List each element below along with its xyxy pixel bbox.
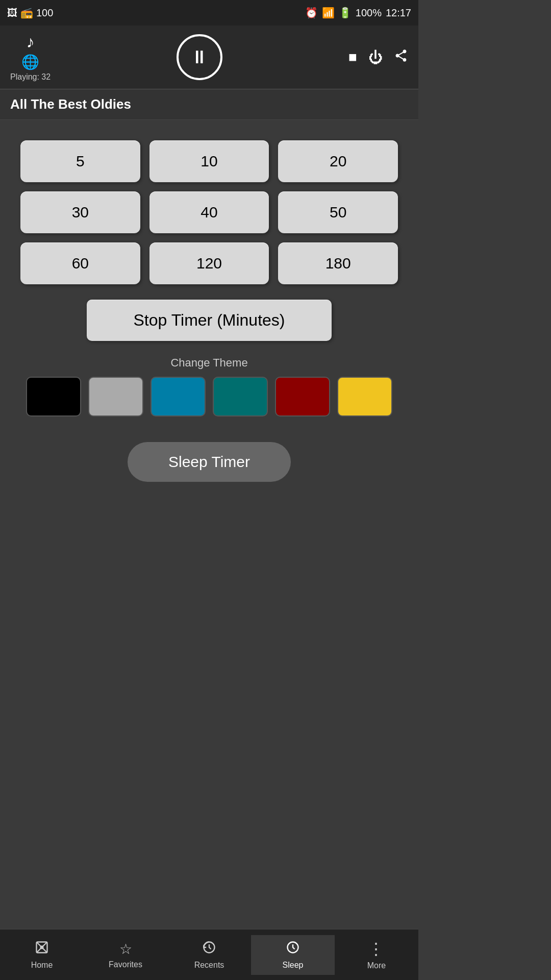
nav-favorites[interactable]: ☆ Favorites	[84, 936, 167, 974]
nav-favorites-label: Favorites	[109, 960, 142, 969]
pause-icon: ⏸	[190, 46, 209, 68]
timer-grid: 5 10 20 30 40 50 60 120 180	[20, 140, 398, 284]
theme-section: Change Theme	[20, 356, 398, 416]
recents-icon	[202, 940, 216, 958]
status-bar: 🖼 📻 100 ⏰ 📶 🔋 100% 12:17	[0, 0, 418, 26]
nav-recents-label: Recents	[194, 961, 224, 970]
power-button[interactable]: ⏻	[368, 49, 383, 66]
theme-yellow[interactable]	[337, 377, 392, 416]
stop-timer-button[interactable]: Stop Timer (Minutes)	[87, 300, 332, 341]
playing-label: Playing: 32	[10, 72, 51, 82]
timer-50-button[interactable]: 50	[278, 191, 398, 233]
theme-colors	[20, 377, 398, 416]
player-center: ⏸	[177, 34, 222, 80]
nav-home[interactable]: Home	[0, 935, 84, 975]
timer-60-button[interactable]: 60	[20, 242, 140, 284]
theme-teal[interactable]	[213, 377, 268, 416]
player-left: ♪ 🌐 Playing: 32	[10, 33, 51, 82]
battery-percent: 100%	[356, 7, 382, 19]
share-button[interactable]	[394, 48, 408, 66]
player-bar: ♪ 🌐 Playing: 32 ⏸ ■ ⏻	[0, 26, 418, 89]
theme-blue[interactable]	[151, 377, 206, 416]
count-label: 100	[36, 7, 53, 19]
nav-more[interactable]: ⋮ More	[335, 934, 418, 975]
timer-120-button[interactable]: 120	[149, 242, 269, 284]
station-title: All The Best Oldies	[0, 89, 418, 120]
timer-180-button[interactable]: 180	[278, 242, 398, 284]
battery-icon: 🔋	[339, 7, 352, 19]
stop-button[interactable]: ■	[348, 49, 357, 65]
sleep-icon	[286, 940, 300, 958]
nav-home-label: Home	[31, 961, 53, 970]
radio-icon: 📻	[20, 7, 33, 19]
alarm-icon: ⏰	[305, 7, 318, 19]
sleep-timer-button[interactable]: Sleep Timer	[128, 442, 291, 482]
player-right: ■ ⏻	[348, 48, 408, 66]
main-content: 5 10 20 30 40 50 60 120 180 Stop Timer (…	[0, 120, 418, 929]
theme-black[interactable]	[26, 377, 81, 416]
music-note-icon: ♪	[27, 33, 35, 52]
wifi-icon: 📶	[322, 7, 335, 19]
nav-recents[interactable]: Recents	[167, 935, 251, 975]
theme-red[interactable]	[275, 377, 330, 416]
timer-40-button[interactable]: 40	[149, 191, 269, 233]
bottom-nav: Home ☆ Favorites Recents Sleep ⋮ More	[0, 929, 418, 980]
timer-10-button[interactable]: 10	[149, 140, 269, 182]
favorites-icon: ☆	[119, 941, 132, 958]
timer-20-button[interactable]: 20	[278, 140, 398, 182]
home-icon	[35, 940, 49, 958]
timer-30-button[interactable]: 30	[20, 191, 140, 233]
status-right: ⏰ 📶 🔋 100% 12:17	[305, 7, 411, 19]
theme-label: Change Theme	[20, 356, 398, 370]
clock-time: 12:17	[386, 7, 411, 19]
status-left: 🖼 📻 100	[7, 7, 53, 19]
more-icon: ⋮	[368, 939, 385, 959]
timer-5-button[interactable]: 5	[20, 140, 140, 182]
nav-sleep[interactable]: Sleep	[251, 935, 335, 975]
pause-button[interactable]: ⏸	[177, 34, 222, 80]
theme-grey[interactable]	[88, 377, 143, 416]
nav-more-label: More	[367, 961, 386, 970]
globe-icon: 🌐	[21, 54, 39, 70]
nav-sleep-label: Sleep	[283, 961, 304, 970]
photo-icon: 🖼	[7, 7, 17, 19]
